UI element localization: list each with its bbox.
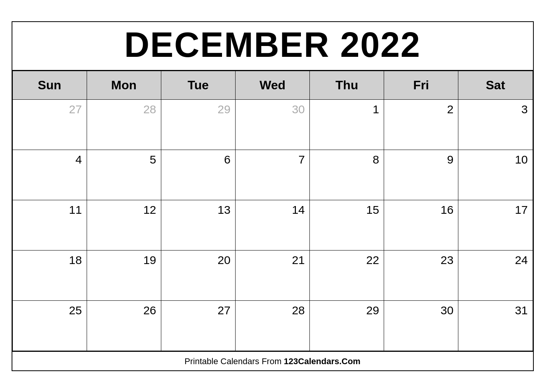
calendar-cell: 22 — [310, 250, 384, 300]
days-header-row: SunMonTueWedThuFriSat — [12, 71, 533, 99]
calendar-cell: 8 — [310, 150, 384, 200]
calendar-cell: 9 — [384, 150, 458, 200]
calendar-body: 2728293012345678910111213141516171819202… — [12, 99, 533, 351]
week-row-5: 25262728293031 — [12, 300, 533, 351]
week-row-4: 18192021222324 — [12, 250, 533, 300]
calendar-cell: 14 — [235, 200, 309, 250]
calendar-cell: 15 — [310, 200, 384, 250]
calendar-cell: 20 — [161, 250, 235, 300]
week-row-1: 27282930123 — [12, 99, 533, 150]
calendar-cell: 2 — [384, 99, 458, 150]
calendar-cell: 29 — [161, 99, 235, 150]
calendar-cell: 10 — [458, 150, 533, 200]
calendar-cell: 31 — [458, 300, 533, 351]
calendar-grid: SunMonTueWedThuFriSat 272829301234567891… — [12, 71, 533, 351]
week-row-2: 45678910 — [12, 150, 533, 200]
calendar-cell: 30 — [235, 99, 309, 150]
calendar-cell: 28 — [87, 99, 161, 150]
calendar-cell: 27 — [161, 300, 235, 351]
calendar-cell: 13 — [161, 200, 235, 250]
calendar-cell: 1 — [310, 99, 384, 150]
calendar-footer: Printable Calendars From 123Calendars.Co… — [12, 351, 533, 370]
calendar-cell: 18 — [12, 250, 87, 300]
calendar-cell: 26 — [87, 300, 161, 351]
calendar-cell: 3 — [458, 99, 533, 150]
footer-prefix: Printable Calendars From — [185, 356, 284, 366]
day-header-thu: Thu — [310, 71, 384, 99]
calendar-cell: 27 — [12, 99, 87, 150]
calendar-cell: 23 — [384, 250, 458, 300]
calendar-cell: 29 — [310, 300, 384, 351]
calendar-cell: 16 — [384, 200, 458, 250]
calendar-cell: 6 — [161, 150, 235, 200]
calendar-cell: 25 — [12, 300, 87, 351]
calendar-cell: 28 — [235, 300, 309, 351]
calendar-cell: 19 — [87, 250, 161, 300]
calendar-cell: 12 — [87, 200, 161, 250]
day-header-mon: Mon — [87, 71, 161, 99]
day-header-fri: Fri — [384, 71, 458, 99]
calendar-cell: 4 — [12, 150, 87, 200]
day-header-tue: Tue — [161, 71, 235, 99]
calendar: DECEMBER 2022 SunMonTueWedThuFriSat 2728… — [12, 21, 534, 371]
day-header-sun: Sun — [12, 71, 87, 99]
calendar-cell: 17 — [458, 200, 533, 250]
footer-site-name: 123Calendars.Com — [284, 356, 360, 366]
calendar-cell: 7 — [235, 150, 309, 200]
calendar-cell: 11 — [12, 200, 87, 250]
calendar-cell: 24 — [458, 250, 533, 300]
calendar-title: DECEMBER 2022 — [12, 22, 533, 71]
day-header-sat: Sat — [458, 71, 533, 99]
week-row-3: 11121314151617 — [12, 200, 533, 250]
calendar-cell: 5 — [87, 150, 161, 200]
day-header-wed: Wed — [235, 71, 309, 99]
calendar-cell: 30 — [384, 300, 458, 351]
calendar-cell: 21 — [235, 250, 309, 300]
